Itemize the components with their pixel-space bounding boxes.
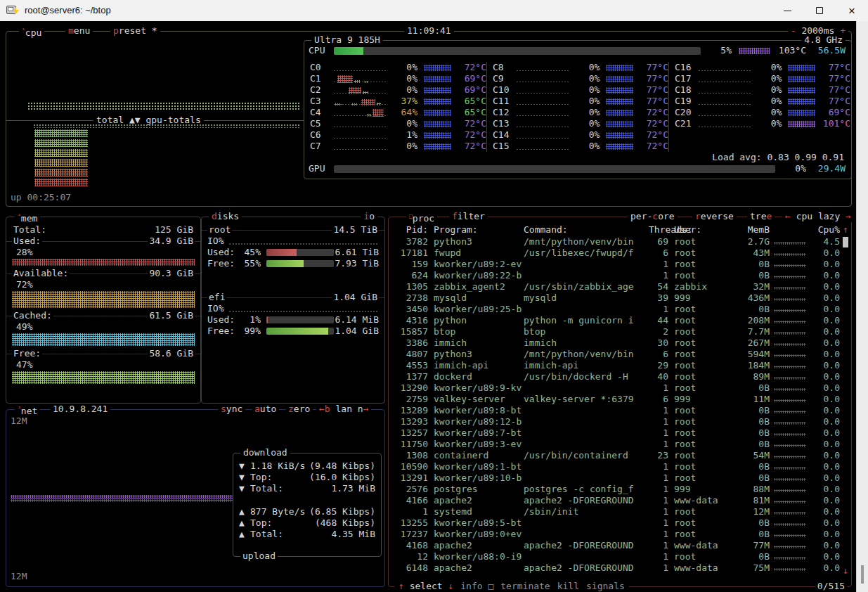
process-row[interactable]: 3450kworker/u89:25-b1root0B0.0 bbox=[393, 304, 840, 315]
disk-used-row: Used:1%6.14 MiB bbox=[207, 314, 379, 326]
core-row-c2: C20%69°C bbox=[310, 84, 486, 96]
proc-filter-button[interactable]: filter bbox=[449, 211, 488, 222]
cpu-temp-meter bbox=[739, 48, 770, 54]
interval-decrease-button[interactable]: - bbox=[791, 25, 796, 36]
process-row[interactable]: 4316pythonpython -m gunicorn i44root208M… bbox=[393, 315, 840, 326]
process-row[interactable]: 13293kworker/u89:12-b1root0B0.0 bbox=[393, 416, 840, 427]
tab-proc[interactable]: □proc bbox=[406, 211, 437, 224]
minimize-button[interactable] bbox=[771, 0, 803, 21]
process-row[interactable]: 4166apache2apache2 -DFOREGROUND1www-data… bbox=[393, 495, 840, 506]
next-interface-icon[interactable]: → bbox=[363, 404, 369, 414]
net-speeds-panel: download ▼ 1.18 KiB/s (9.48 Kibps) ▼ Top… bbox=[233, 453, 382, 557]
cpu-model: Ultra 9 185H bbox=[311, 34, 383, 46]
tab-mem[interactable]: ²mem bbox=[15, 211, 40, 224]
process-row[interactable]: 15857btopbtop2root7.7M0.0 bbox=[393, 326, 840, 337]
info-button[interactable]: info □ bbox=[458, 581, 495, 592]
process-row[interactable]: 3386immichimmich30root267M0.0 bbox=[393, 337, 840, 349]
core-row-c14: C140%72°C bbox=[493, 129, 668, 141]
core-usage-graph bbox=[516, 97, 570, 106]
net-option-zero[interactable]: zero bbox=[285, 404, 313, 415]
net-interface-switch[interactable]: ←b lan n→ bbox=[316, 404, 371, 415]
proc-scroll-down-icon[interactable]: ↓ bbox=[843, 565, 848, 577]
process-row[interactable]: 1308containerd/usr/bin/containerd23root5… bbox=[393, 450, 840, 461]
window-scrollbar[interactable] bbox=[856, 21, 868, 592]
core-usage-graph bbox=[516, 63, 570, 72]
core-usage-graph bbox=[333, 97, 387, 106]
core-usage-graph bbox=[516, 108, 570, 117]
proc-scrollbar-thumb[interactable] bbox=[843, 237, 848, 247]
process-row[interactable]: 11750kworker/u89:3-ev1root0B0.0 bbox=[393, 439, 840, 450]
net-option-sync[interactable]: sync bbox=[218, 404, 245, 415]
mem-meter bbox=[12, 259, 195, 266]
prev-interface-icon[interactable]: ← bbox=[319, 404, 325, 414]
close-button[interactable]: × bbox=[836, 0, 868, 21]
disks-io-toggle[interactable]: io bbox=[361, 211, 377, 222]
process-row[interactable]: 2759valkey-servervalkey-server *:6379699… bbox=[393, 394, 840, 405]
upload-arrow-icon: ▲ bbox=[239, 506, 250, 517]
process-row[interactable]: 13255kworker/u89:5-bt1root0B0.0 bbox=[393, 517, 840, 529]
process-row[interactable]: 12kworker/u88:0-i91root0B0.0 bbox=[393, 551, 840, 562]
maximize-button[interactable] bbox=[803, 0, 836, 21]
core-row-c4: C464%65°C bbox=[310, 107, 486, 118]
sort-next-icon[interactable]: → bbox=[846, 211, 851, 221]
proc-sort-selector[interactable]: ← cpu lazy → bbox=[782, 211, 854, 222]
terminate-button[interactable]: terminate bbox=[498, 581, 552, 592]
process-row[interactable]: 4168apache2apache2 -DFOREGROUND1www-data… bbox=[393, 540, 840, 551]
process-row[interactable]: 2576postgrespostgres -c config_f199988M0… bbox=[393, 484, 840, 495]
disk-free-row: Free:55%7.93 TiB bbox=[207, 258, 379, 269]
proc-table-header[interactable]: Pid: Program: Command: Threads: User: Me… bbox=[393, 224, 840, 236]
process-row[interactable]: 1377dockerd/usr/bin/dockerd -H40root89M0… bbox=[393, 371, 840, 382]
preset-button[interactable]: preset * bbox=[110, 25, 160, 37]
process-row[interactable]: 13290kworker/u89:9-kv1root0B0.0 bbox=[393, 382, 840, 394]
menu-button[interactable]: menu bbox=[65, 25, 93, 37]
net-option-auto[interactable]: auto bbox=[252, 404, 279, 415]
proc-reverse-toggle[interactable]: reverse bbox=[692, 211, 737, 222]
kill-button[interactable]: kill bbox=[555, 581, 581, 592]
core-row-c0: C00%72°C bbox=[310, 62, 486, 73]
core-usage-graph bbox=[333, 75, 387, 84]
cpu-frequency: 4.8 GHz bbox=[801, 34, 846, 46]
process-row[interactable]: 1systemd/sbin/init1root12M0.0 bbox=[393, 506, 840, 517]
gpu-percent: 0% bbox=[775, 163, 806, 174]
process-row[interactable]: 13291kworker/u89:10-b1root0B0.0 bbox=[393, 472, 840, 484]
core-usage-graph bbox=[516, 86, 570, 95]
load-average: Load avg: 0.83 0.99 0.91 bbox=[712, 152, 844, 163]
process-row[interactable]: 4807python3/mnt/python/venv/bin6root594M… bbox=[393, 349, 840, 360]
proc-box: □proc filter per-core reverse tree ← cpu… bbox=[388, 217, 852, 587]
core-usage-graph bbox=[516, 142, 570, 151]
process-row[interactable]: 17181fwupd/usr/libexec/fwupd/f6root43M0.… bbox=[393, 247, 840, 259]
core-temp-meter bbox=[788, 110, 815, 116]
process-row[interactable]: 6148apache2apache2 -DFOREGROUND1www-data… bbox=[393, 562, 840, 574]
disk-io-row: IO% bbox=[207, 236, 379, 247]
core-row-c6: C61%72°C bbox=[310, 129, 486, 141]
proc-percore-toggle[interactable]: per-core bbox=[628, 211, 678, 222]
core-row-c21: C210%101°C bbox=[675, 118, 850, 129]
download-top-row: ▼ Top: (16.0 Kibps) bbox=[239, 472, 375, 483]
sort-prev-icon[interactable]: ← bbox=[785, 211, 791, 221]
proc-scroll-up-icon[interactable]: ↑ bbox=[843, 224, 848, 236]
mem-row-free: Free:58.6 GiB bbox=[12, 348, 195, 359]
process-row[interactable]: 159kworker/u89:2-ev1root0B0.0 bbox=[393, 259, 840, 270]
process-row[interactable]: 4553immich-apiimmich-api29root184M0.0 bbox=[393, 360, 840, 371]
process-row[interactable]: 17237kworker/u89:0+ev1root0B0.0 bbox=[393, 529, 840, 540]
disks-title[interactable]: disks bbox=[209, 211, 242, 222]
cpu-package-temp: 103°C bbox=[770, 45, 806, 56]
gpu-total-graph-line bbox=[33, 124, 300, 128]
core-row-c3: C337%65°C bbox=[310, 96, 486, 107]
disk-name-row: efi1.04 GiB bbox=[207, 292, 379, 303]
process-row[interactable]: 3782python3/mnt/python/venv/bin69root2.7… bbox=[393, 236, 840, 247]
process-row[interactable]: 13289kworker/u89:8-bt1root0B0.0 bbox=[393, 405, 840, 416]
proc-tree-toggle[interactable]: tree bbox=[747, 211, 775, 222]
process-row[interactable]: 624kworker/u89:22-b1root0B0.0 bbox=[393, 270, 840, 281]
process-row[interactable]: 2738mysqldmysqld39999436M0.0 bbox=[393, 292, 840, 304]
process-row[interactable]: 13257kworker/u89:7-bt1root0B0.0 bbox=[393, 427, 840, 439]
process-row[interactable]: 10590kworker/u89:1-bt1root0B0.0 bbox=[393, 461, 840, 472]
window-titlebar[interactable]: root@server6: ~/btop × bbox=[0, 0, 868, 21]
tab-cpu[interactable]: ¹cpu bbox=[19, 25, 44, 39]
window-scrollbar-thumb[interactable] bbox=[861, 565, 864, 584]
process-row[interactable]: 1305zabbix_agent2/usr/sbin/zabbix_age54z… bbox=[393, 281, 840, 292]
signals-button[interactable]: signals bbox=[584, 581, 627, 592]
mem-row-total: Total:125 GiB bbox=[12, 224, 195, 236]
select-control[interactable]: ↑ select ↓ bbox=[396, 581, 455, 592]
core-usage-graph bbox=[698, 75, 752, 84]
